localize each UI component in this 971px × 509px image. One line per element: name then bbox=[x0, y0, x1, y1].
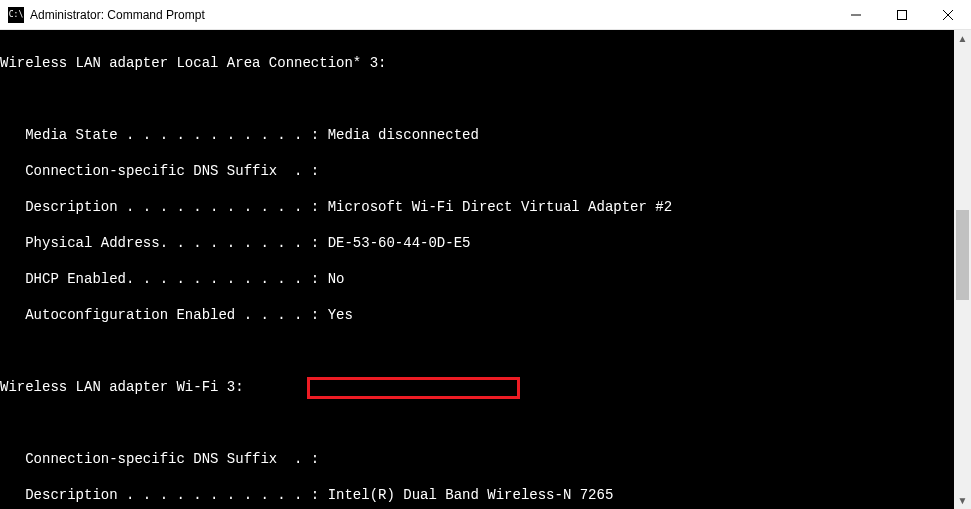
terminal-output[interactable]: Wireless LAN adapter Local Area Connecti… bbox=[0, 30, 971, 509]
scrollbar-thumb[interactable] bbox=[956, 210, 969, 300]
adapter-header: Wireless LAN adapter Wi-Fi 3: bbox=[0, 378, 971, 396]
media-state: Media State . . . . . . . . . . . : Medi… bbox=[0, 126, 971, 144]
titlebar[interactable]: C:\ Administrator: Command Prompt bbox=[0, 0, 971, 30]
description: Description . . . . . . . . . . . : Inte… bbox=[0, 486, 971, 504]
close-button[interactable] bbox=[925, 0, 971, 30]
blank-line bbox=[0, 414, 971, 432]
cmd-icon: C:\ bbox=[8, 7, 24, 23]
autoconfig-enabled: Autoconfiguration Enabled . . . . : Yes bbox=[0, 306, 971, 324]
description: Description . . . . . . . . . . . : Micr… bbox=[0, 198, 971, 216]
dns-suffix: Connection-specific DNS Suffix . : bbox=[0, 450, 971, 468]
blank-line bbox=[0, 90, 971, 108]
vertical-scrollbar[interactable]: ▲ ▼ bbox=[954, 30, 971, 509]
dns-suffix: Connection-specific DNS Suffix . : bbox=[0, 162, 971, 180]
physical-address: Physical Address. . . . . . . . . : DE-5… bbox=[0, 234, 971, 252]
adapter-header: Wireless LAN adapter Local Area Connecti… bbox=[0, 54, 971, 72]
scroll-down-arrow-icon[interactable]: ▼ bbox=[954, 492, 971, 509]
svg-rect-1 bbox=[898, 10, 907, 19]
maximize-button[interactable] bbox=[879, 0, 925, 30]
blank-line bbox=[0, 342, 971, 360]
dhcp-enabled: DHCP Enabled. . . . . . . . . . . : No bbox=[0, 270, 971, 288]
scroll-up-arrow-icon[interactable]: ▲ bbox=[954, 30, 971, 47]
window-title: Administrator: Command Prompt bbox=[30, 8, 205, 22]
minimize-button[interactable] bbox=[833, 0, 879, 30]
